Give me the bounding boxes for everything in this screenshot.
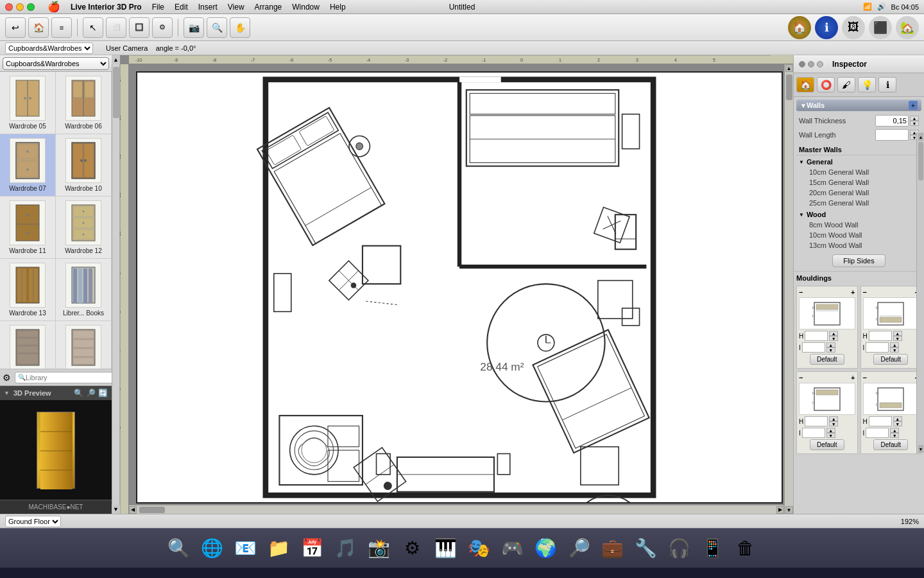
general-wall-option-10[interactable]: 10cm General Wall: [796, 167, 921, 177]
h-down-br[interactable]: ▼: [893, 421, 902, 426]
moulding-minus-bl[interactable]: −: [799, 374, 803, 381]
zoom-out-icon[interactable]: 🔎: [86, 389, 96, 398]
h-input-br[interactable]: [869, 416, 892, 426]
i-down-tr[interactable]: ▼: [890, 347, 899, 353]
h-input-tr[interactable]: [869, 331, 892, 341]
wall-tool[interactable]: 🔲: [129, 17, 150, 38]
wood-wall-option-13[interactable]: 13cm Wood Wall: [796, 240, 921, 250]
h-up-br[interactable]: ▲: [893, 416, 902, 421]
inspector-scroll-thumb[interactable]: [918, 142, 923, 180]
h-stepper-tr[interactable]: ▲ ▼: [893, 331, 902, 341]
canvas-scroll-right[interactable]: ▶: [776, 506, 784, 514]
canvas-vscrollbar[interactable]: ▲ ▼: [784, 64, 793, 514]
settings-tool[interactable]: ⚙: [152, 17, 173, 38]
floor-select[interactable]: Ground Floor: [5, 516, 61, 527]
i-up-bl[interactable]: ▲: [826, 428, 835, 433]
insert-menu[interactable]: Insert: [198, 3, 218, 12]
dock-headphone[interactable]: 🎧: [663, 533, 694, 564]
moulding-minus-tl[interactable]: −: [799, 288, 803, 296]
dock-finder2[interactable]: 📁: [263, 533, 294, 564]
default-btn-br[interactable]: Default: [873, 439, 908, 450]
floor-icon[interactable]: ⬛: [869, 16, 892, 39]
i-stepper-br[interactable]: ▲ ▼: [890, 428, 899, 438]
house-icon[interactable]: 🏡: [896, 16, 919, 39]
moulding-plus-tl[interactable]: +: [851, 288, 855, 296]
i-up-tr[interactable]: ▲: [890, 342, 899, 347]
dock-settings[interactable]: ⚙: [397, 533, 427, 564]
floor-plan[interactable]: 28,44 m²: [136, 71, 783, 504]
i-input-bl[interactable]: [802, 428, 825, 438]
arrange-menu[interactable]: Arrange: [255, 3, 282, 12]
canvas-scroll-thumb[interactable]: [786, 74, 792, 100]
object-tool[interactable]: ⬜: [106, 17, 126, 38]
library-item-wardrobe10[interactable]: Wardrobe 10: [56, 134, 112, 197]
dock-safari[interactable]: 🌐: [196, 533, 227, 564]
library-category-select[interactable]: Cupboards&Wardrobes: [5, 42, 93, 54]
canvas-scroll-down[interactable]: ▼: [785, 506, 793, 514]
i-down-br[interactable]: ▼: [890, 433, 899, 438]
dock-search[interactable]: 🔎: [563, 533, 594, 564]
i-input-tl[interactable]: [802, 342, 825, 353]
image-icon[interactable]: 🖼: [842, 16, 865, 39]
h-down-tl[interactable]: ▼: [829, 336, 838, 341]
i-stepper-bl[interactable]: ▲ ▼: [826, 428, 835, 438]
close-button[interactable]: [5, 3, 13, 11]
canvas-scroll-left[interactable]: ◀: [129, 506, 137, 514]
3d-view-icon[interactable]: 🏠: [788, 16, 811, 39]
library-item-wardrobe05[interactable]: Wardrobe 05: [0, 72, 56, 134]
h-input-tl[interactable]: [805, 331, 828, 341]
i-down-bl[interactable]: ▼: [826, 433, 835, 438]
general-walls-header[interactable]: ▼ General: [796, 157, 921, 167]
i-input-br[interactable]: [866, 428, 889, 438]
settings-gear-icon[interactable]: ⚙: [3, 372, 11, 383]
library-item-libreria-parigi[interactable]: Libreria Parigi: [0, 321, 56, 369]
zoom-tool[interactable]: 🔍: [207, 17, 227, 38]
wall-thickness-stepper[interactable]: ▲ ▼: [910, 116, 919, 126]
wood-wall-option-10[interactable]: 10cm Wood Wall: [796, 230, 921, 240]
flip-sides-button[interactable]: Flip Sides: [832, 254, 885, 267]
dock-mail[interactable]: 📧: [230, 533, 261, 564]
h-input-bl[interactable]: [805, 416, 828, 426]
inspector-minimize[interactable]: [808, 61, 814, 67]
i-up-br[interactable]: ▲: [890, 428, 899, 433]
home-button[interactable]: 🏠: [28, 17, 49, 38]
maximize-button[interactable]: [27, 3, 35, 11]
left-scrollbar[interactable]: ▲ ▼: [112, 55, 120, 514]
apple-menu[interactable]: 🍎: [47, 1, 60, 13]
file-menu[interactable]: File: [152, 3, 164, 12]
inspector-tab-material[interactable]: ⭕: [817, 77, 835, 92]
i-up-tl[interactable]: ▲: [826, 342, 835, 347]
inspector-tab-info[interactable]: ℹ: [878, 77, 896, 92]
inspector-tab-paint[interactable]: 🖌: [837, 77, 855, 92]
library-item-wardrobe07[interactable]: Wardrobe 07: [0, 134, 56, 197]
h-stepper-bl[interactable]: ▲ ▼: [829, 416, 838, 426]
scroll-thumb[interactable]: [113, 67, 119, 118]
dock-trash[interactable]: 🗑: [730, 533, 761, 564]
refresh-icon[interactable]: 🔄: [98, 389, 108, 398]
library-item-wardrobe06[interactable]: Wardrobe 06: [56, 72, 112, 134]
minimize-button[interactable]: [16, 3, 24, 11]
inspector-tab-furniture[interactable]: 🏠: [796, 77, 814, 92]
camera-tool[interactable]: 📷: [184, 17, 204, 38]
moulding-plus-bl[interactable]: +: [851, 374, 855, 381]
h-down-bl[interactable]: ▼: [829, 421, 838, 426]
wood-wall-option-8[interactable]: 8cm Wood Wall: [796, 220, 921, 230]
zoom-in-icon[interactable]: 🔍: [74, 389, 83, 398]
library-item-wardrobe12[interactable]: Wardrobe 12: [56, 197, 112, 259]
dock-globe[interactable]: 🌍: [530, 533, 561, 564]
default-btn-tl[interactable]: Default: [810, 354, 844, 365]
h-up-tr[interactable]: ▲: [893, 331, 902, 336]
h-stepper-br[interactable]: ▲ ▼: [893, 416, 902, 426]
moulding-minus-br[interactable]: −: [863, 374, 867, 381]
canvas-area[interactable]: -10 -9 -8 -7 -6 -5 -4 -3 -2 -1 0 1 2 3 4…: [120, 55, 793, 514]
back-button[interactable]: ↩: [5, 17, 26, 38]
library-search-input[interactable]: [26, 374, 112, 381]
dock-tools[interactable]: 🔧: [630, 533, 661, 564]
list-button[interactable]: ≡: [51, 17, 72, 38]
general-wall-option-25[interactable]: 25cm General Wall: [796, 198, 921, 208]
canvas-hscroll-thumb[interactable]: [139, 507, 165, 513]
canvas-hscrollbar[interactable]: ◀ ▶: [129, 505, 784, 514]
inspector-maximize[interactable]: [817, 61, 823, 67]
select-tool[interactable]: ↖: [83, 17, 103, 38]
scroll-down-arrow[interactable]: ▼: [112, 505, 121, 514]
